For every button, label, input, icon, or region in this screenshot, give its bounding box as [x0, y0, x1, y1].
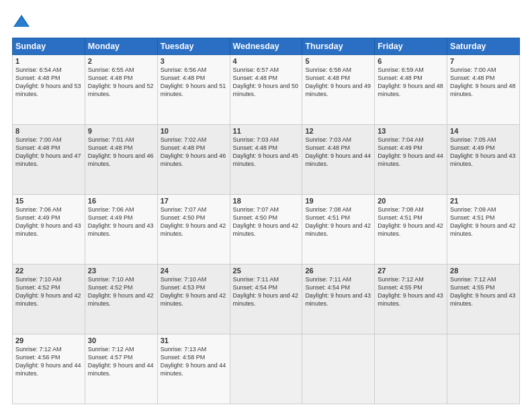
calendar-week-row: 29Sunrise: 7:12 AMSunset: 4:56 PMDayligh…	[13, 334, 520, 404]
calendar-cell: 16Sunrise: 7:06 AMSunset: 4:49 PMDayligh…	[85, 195, 157, 265]
calendar-cell: 14Sunrise: 7:05 AMSunset: 4:49 PMDayligh…	[447, 125, 520, 195]
day-info: Sunrise: 6:58 AMSunset: 4:48 PMDaylight:…	[305, 66, 371, 97]
dow-header: Saturday	[447, 38, 520, 55]
day-number: 1	[15, 57, 82, 65]
day-number: 25	[233, 267, 300, 275]
day-number: 11	[233, 127, 300, 135]
day-number: 17	[161, 197, 227, 205]
day-info: Sunrise: 6:57 AMSunset: 4:48 PMDaylight:…	[233, 66, 299, 97]
day-info: Sunrise: 7:13 AMSunset: 4:58 PMDaylight:…	[161, 346, 226, 377]
day-number: 28	[450, 267, 517, 275]
day-number: 27	[378, 267, 444, 275]
day-info: Sunrise: 6:54 AMSunset: 4:48 PMDaylight:…	[15, 66, 81, 97]
dow-header: Friday	[375, 38, 447, 55]
day-info: Sunrise: 7:02 AMSunset: 4:48 PMDaylight:…	[161, 136, 226, 167]
day-info: Sunrise: 7:11 AMSunset: 4:54 PMDaylight:…	[233, 276, 299, 307]
day-number: 6	[378, 57, 444, 65]
day-info: Sunrise: 7:09 AMSunset: 4:51 PMDaylight:…	[450, 206, 516, 237]
day-info: Sunrise: 7:10 AMSunset: 4:52 PMDaylight:…	[15, 276, 81, 307]
day-info: Sunrise: 7:06 AMSunset: 4:49 PMDaylight:…	[15, 206, 81, 237]
day-info: Sunrise: 7:08 AMSunset: 4:51 PMDaylight:…	[305, 206, 371, 237]
calendar-cell	[302, 334, 375, 404]
day-info: Sunrise: 7:11 AMSunset: 4:54 PMDaylight:…	[305, 276, 371, 307]
day-number: 22	[15, 267, 82, 275]
calendar-cell: 24Sunrise: 7:10 AMSunset: 4:53 PMDayligh…	[157, 265, 230, 334]
day-info: Sunrise: 6:56 AMSunset: 4:48 PMDaylight:…	[161, 66, 226, 97]
calendar-cell: 30Sunrise: 7:12 AMSunset: 4:57 PMDayligh…	[85, 334, 157, 404]
calendar-cell: 21Sunrise: 7:09 AMSunset: 4:51 PMDayligh…	[447, 195, 520, 265]
calendar-table: SundayMondayTuesdayWednesdayThursdayFrid…	[12, 38, 520, 404]
day-info: Sunrise: 6:55 AMSunset: 4:48 PMDaylight:…	[88, 66, 154, 97]
day-info: Sunrise: 7:12 AMSunset: 4:56 PMDaylight:…	[15, 346, 81, 377]
day-number: 8	[15, 127, 82, 135]
day-number: 19	[305, 197, 371, 205]
day-info: Sunrise: 6:59 AMSunset: 4:48 PMDaylight:…	[378, 66, 443, 97]
day-info: Sunrise: 7:04 AMSunset: 4:49 PMDaylight:…	[378, 136, 443, 167]
calendar-week-row: 15Sunrise: 7:06 AMSunset: 4:49 PMDayligh…	[13, 195, 520, 265]
day-number: 15	[15, 197, 82, 205]
day-number: 23	[88, 267, 154, 275]
day-number: 21	[450, 197, 517, 205]
day-number: 29	[15, 336, 82, 345]
calendar-cell: 10Sunrise: 7:02 AMSunset: 4:48 PMDayligh…	[157, 125, 230, 195]
calendar-cell	[230, 334, 302, 404]
calendar-cell: 11Sunrise: 7:03 AMSunset: 4:48 PMDayligh…	[230, 125, 302, 195]
day-info: Sunrise: 7:07 AMSunset: 4:50 PMDaylight:…	[161, 206, 226, 237]
calendar-cell: 6Sunrise: 6:59 AMSunset: 4:48 PMDaylight…	[375, 55, 447, 125]
day-of-week-row: SundayMondayTuesdayWednesdayThursdayFrid…	[13, 38, 520, 55]
header	[12, 12, 520, 31]
calendar-cell: 22Sunrise: 7:10 AMSunset: 4:52 PMDayligh…	[13, 265, 85, 334]
dow-header: Wednesday	[230, 38, 302, 55]
day-info: Sunrise: 7:12 AMSunset: 4:55 PMDaylight:…	[378, 276, 443, 307]
day-info: Sunrise: 7:00 AMSunset: 4:48 PMDaylight:…	[15, 136, 81, 167]
day-info: Sunrise: 7:07 AMSunset: 4:50 PMDaylight:…	[233, 206, 299, 237]
calendar-cell: 5Sunrise: 6:58 AMSunset: 4:48 PMDaylight…	[302, 55, 375, 125]
day-number: 31	[161, 336, 227, 345]
calendar-cell: 26Sunrise: 7:11 AMSunset: 4:54 PMDayligh…	[302, 265, 375, 334]
day-info: Sunrise: 7:12 AMSunset: 4:55 PMDaylight:…	[450, 276, 516, 307]
logo	[12, 12, 32, 31]
day-info: Sunrise: 7:05 AMSunset: 4:49 PMDaylight:…	[450, 136, 516, 167]
calendar-cell: 27Sunrise: 7:12 AMSunset: 4:55 PMDayligh…	[375, 265, 447, 334]
day-number: 10	[161, 127, 227, 135]
calendar-cell	[447, 334, 520, 404]
dow-header: Tuesday	[157, 38, 230, 55]
calendar-cell: 2Sunrise: 6:55 AMSunset: 4:48 PMDaylight…	[85, 55, 157, 125]
calendar-cell: 28Sunrise: 7:12 AMSunset: 4:55 PMDayligh…	[447, 265, 520, 334]
calendar-cell: 8Sunrise: 7:00 AMSunset: 4:48 PMDaylight…	[13, 125, 85, 195]
day-info: Sunrise: 7:10 AMSunset: 4:52 PMDaylight:…	[88, 276, 154, 307]
calendar-cell: 29Sunrise: 7:12 AMSunset: 4:56 PMDayligh…	[13, 334, 85, 404]
day-number: 13	[378, 127, 444, 135]
day-number: 30	[88, 336, 154, 345]
calendar-cell: 4Sunrise: 6:57 AMSunset: 4:48 PMDaylight…	[230, 55, 302, 125]
calendar-cell: 3Sunrise: 6:56 AMSunset: 4:48 PMDaylight…	[157, 55, 230, 125]
calendar-cell	[375, 334, 447, 404]
day-number: 18	[233, 197, 300, 205]
day-number: 24	[161, 267, 227, 275]
day-number: 3	[161, 57, 227, 65]
calendar-cell: 12Sunrise: 7:03 AMSunset: 4:48 PMDayligh…	[302, 125, 375, 195]
day-info: Sunrise: 7:00 AMSunset: 4:48 PMDaylight:…	[450, 66, 516, 97]
day-info: Sunrise: 7:01 AMSunset: 4:48 PMDaylight:…	[88, 136, 154, 167]
day-info: Sunrise: 7:10 AMSunset: 4:53 PMDaylight:…	[161, 276, 226, 307]
day-number: 12	[305, 127, 371, 135]
day-number: 20	[378, 197, 444, 205]
logo-icon	[12, 12, 31, 31]
day-info: Sunrise: 7:03 AMSunset: 4:48 PMDaylight:…	[233, 136, 299, 167]
calendar-cell: 25Sunrise: 7:11 AMSunset: 4:54 PMDayligh…	[230, 265, 302, 334]
dow-header: Monday	[85, 38, 157, 55]
day-number: 14	[450, 127, 517, 135]
calendar-body: 1Sunrise: 6:54 AMSunset: 4:48 PMDaylight…	[13, 55, 520, 404]
calendar-week-row: 22Sunrise: 7:10 AMSunset: 4:52 PMDayligh…	[13, 265, 520, 334]
day-number: 5	[305, 57, 371, 65]
calendar-cell: 9Sunrise: 7:01 AMSunset: 4:48 PMDaylight…	[85, 125, 157, 195]
dow-header: Thursday	[302, 38, 375, 55]
day-number: 4	[233, 57, 300, 65]
calendar-cell: 13Sunrise: 7:04 AMSunset: 4:49 PMDayligh…	[375, 125, 447, 195]
calendar-cell: 20Sunrise: 7:08 AMSunset: 4:51 PMDayligh…	[375, 195, 447, 265]
dow-header: Sunday	[13, 38, 85, 55]
day-info: Sunrise: 7:08 AMSunset: 4:51 PMDaylight:…	[378, 206, 443, 237]
day-number: 26	[305, 267, 371, 275]
day-number: 2	[88, 57, 154, 65]
page: SundayMondayTuesdayWednesdayThursdayFrid…	[0, 0, 532, 411]
